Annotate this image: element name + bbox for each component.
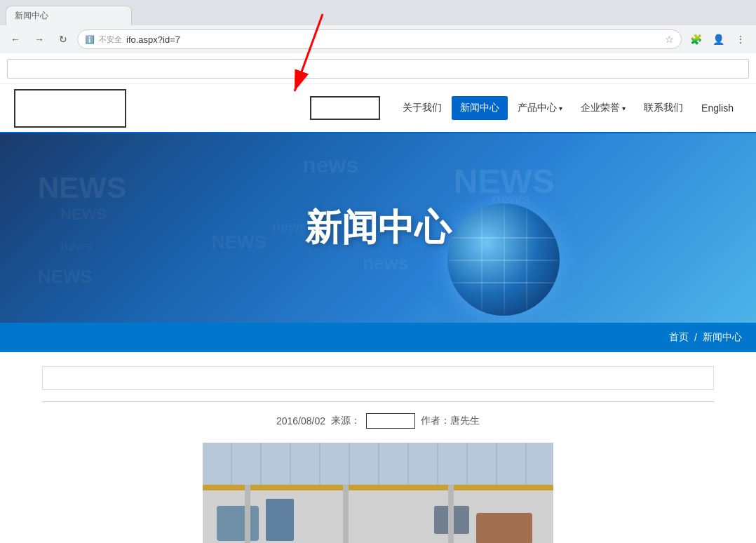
hero-text-12: news [60, 239, 92, 254]
account-button[interactable]: 👤 [708, 29, 728, 49]
article-title [42, 366, 714, 390]
hero-banner: NEWS NEWS news NEWS NEWS news news news … [0, 133, 756, 323]
hero-text-7: news [363, 253, 408, 274]
address-bar[interactable]: ℹ️ 不安全 ☆ [77, 29, 682, 49]
forward-button[interactable]: → [29, 29, 49, 49]
article-date: 2016/08/02 [276, 415, 325, 427]
article-source-value [366, 413, 415, 429]
hero-text-11: news [272, 219, 307, 235]
factory-roof [203, 443, 553, 485]
site-logo [14, 89, 126, 128]
address-input[interactable] [126, 34, 661, 45]
breadcrumb-bar: 首页 / 新闻中心 [0, 323, 756, 352]
hero-text-1: NEWS [38, 171, 126, 205]
browser-chrome: 新闻中心 ← → ↻ ℹ️ 不安全 ☆ 🧩 👤 ⋮ [0, 0, 756, 53]
insecure-label: 不安全 [99, 34, 122, 45]
nav-about[interactable]: 关于我们 [394, 96, 450, 120]
content-area: 2016/08/02 来源： 作者：唐先生 [0, 352, 756, 543]
hero-text-10: NEWS [60, 206, 107, 224]
article-meta: 2016/08/02 来源： 作者：唐先生 [42, 413, 714, 429]
browser-tabs: 新闻中心 [0, 0, 756, 25]
extensions-button[interactable]: 🧩 [686, 29, 706, 49]
top-search-bar [0, 53, 756, 84]
globe-decoration [447, 203, 574, 323]
hero-text-4: NEWS [212, 232, 266, 253]
site-wrapper: 关于我们 新闻中心 产品中心 ▾ 企业荣誉 ▾ 联系我们 English NEW… [0, 53, 756, 543]
factory-image-decoration [203, 443, 553, 543]
hero-text-9: NEWS [38, 266, 93, 288]
navigation: 关于我们 新闻中心 产品中心 ▾ 企业荣誉 ▾ 联系我们 English [0, 84, 756, 133]
breadcrumb-current: 新闻中心 [703, 331, 742, 344]
breadcrumb-separator: / [694, 332, 697, 343]
honor-dropdown-arrow: ▾ [622, 105, 626, 112]
nav-honor[interactable]: 企业荣誉 ▾ [572, 96, 634, 120]
browser-toolbar: ← → ↻ ℹ️ 不安全 ☆ 🧩 👤 ⋮ [0, 25, 756, 53]
breadcrumb-home[interactable]: 首页 [669, 331, 689, 344]
nav-contact[interactable]: 联系我们 [635, 96, 691, 120]
browser-tab[interactable]: 新闻中心 [6, 6, 132, 25]
nav-products[interactable]: 产品中心 ▾ [509, 96, 571, 120]
hero-text-3: news [302, 152, 358, 178]
hero-title: 新闻中心 [305, 203, 451, 253]
nav-english[interactable]: English [693, 97, 742, 119]
nav-news[interactable]: 新闻中心 [452, 96, 508, 120]
article-source-label: 来源： [331, 415, 360, 427]
menu-button[interactable]: ⋮ [731, 29, 750, 49]
nav-menu: 关于我们 新闻中心 产品中心 ▾ 企业荣誉 ▾ 联系我们 English [394, 96, 742, 120]
article-image [203, 443, 553, 543]
nav-search-box[interactable] [310, 96, 380, 120]
factory-floor [203, 485, 553, 543]
refresh-button[interactable]: ↻ [53, 29, 73, 49]
insecure-icon: ℹ️ [85, 35, 95, 44]
article-author: 作者：唐先生 [421, 415, 480, 427]
products-dropdown-arrow: ▾ [559, 105, 562, 112]
article-divider [42, 401, 714, 402]
bookmark-button[interactable]: ☆ [665, 34, 674, 45]
tab-title: 新闻中心 [15, 10, 48, 22]
browser-actions: 🧩 👤 ⋮ [686, 29, 750, 49]
top-search-input[interactable] [7, 59, 749, 79]
back-button[interactable]: ← [6, 29, 25, 49]
